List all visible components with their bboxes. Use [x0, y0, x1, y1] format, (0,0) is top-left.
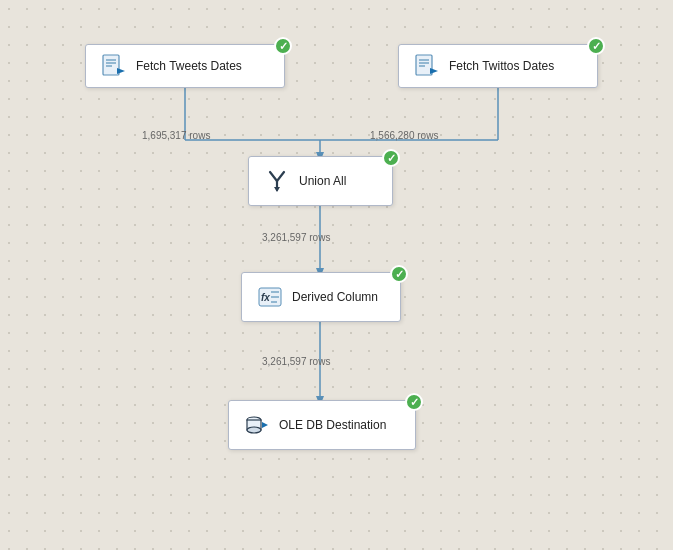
ole-db-badge [405, 393, 423, 411]
svg-marker-23 [274, 187, 280, 192]
svg-line-21 [277, 172, 284, 181]
fetch-twittos-label: Fetch Twittos Dates [449, 59, 554, 73]
row-label-e3: 3,261,597 rows [262, 232, 330, 243]
union-all-badge [382, 149, 400, 167]
fetch-tweets-badge [274, 37, 292, 55]
ole-db-icon [243, 411, 271, 439]
svg-point-31 [247, 427, 261, 433]
canvas: 1,695,317 rows 1,566,280 rows 3,261,597 … [0, 0, 673, 550]
row-label-e1: 1,695,317 rows [142, 130, 210, 141]
union-all-label: Union All [299, 174, 346, 188]
svg-marker-32 [262, 422, 268, 428]
fetch-tweets-label: Fetch Tweets Dates [136, 59, 242, 73]
fetch-twittos-badge [587, 37, 605, 55]
fetch-tweets-icon [100, 52, 128, 80]
ole-db-node[interactable]: OLE DB Destination [228, 400, 416, 450]
derived-column-label: Derived Column [292, 290, 378, 304]
derived-column-badge [390, 265, 408, 283]
fetch-twittos-icon [413, 52, 441, 80]
ole-db-label: OLE DB Destination [279, 418, 386, 432]
fetch-tweets-node[interactable]: Fetch Tweets Dates [85, 44, 285, 88]
row-label-e2: 1,566,280 rows [370, 130, 438, 141]
row-label-e4: 3,261,597 rows [262, 356, 330, 367]
svg-marker-14 [117, 68, 125, 74]
union-all-icon [263, 167, 291, 195]
derived-column-node[interactable]: fx Derived Column [241, 272, 401, 322]
union-all-node[interactable]: Union All [248, 156, 393, 206]
fetch-twittos-node[interactable]: Fetch Twittos Dates [398, 44, 598, 88]
derived-column-icon: fx [256, 283, 284, 311]
svg-rect-10 [103, 55, 119, 75]
svg-marker-19 [430, 68, 438, 74]
svg-text:fx: fx [261, 292, 270, 303]
svg-rect-15 [416, 55, 432, 75]
svg-line-20 [270, 172, 277, 181]
